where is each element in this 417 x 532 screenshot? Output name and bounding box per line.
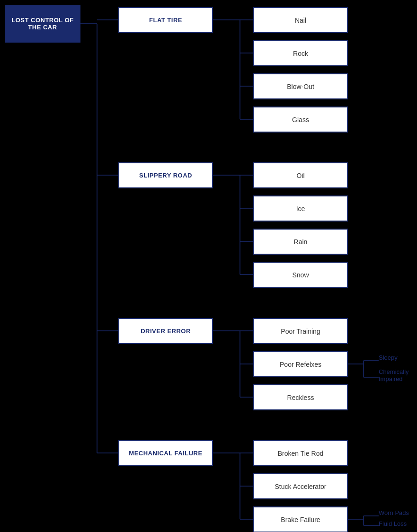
diagram: LOST CONTROL OF THE CAR FLAT TIRE SLIPPE… xyxy=(0,0,417,532)
l2-glass: Glass xyxy=(253,106,348,133)
l2-snow: Snow xyxy=(253,262,348,288)
l1-flat-tire: FLAT TIRE xyxy=(118,7,213,33)
l2-rain: Rain xyxy=(253,229,348,255)
l2-rock: Rock xyxy=(253,40,348,66)
l3-sleepy: Sleepy xyxy=(379,354,398,361)
l3-chemically-impaired: Chemically Impaired xyxy=(379,368,417,382)
l2-blowout: Blow-Out xyxy=(253,73,348,99)
l1-slippery-road: SLIPPERY ROAD xyxy=(118,162,213,188)
l2-brake-failure: Brake Failure xyxy=(253,506,348,532)
l2-ice: Ice xyxy=(253,195,348,222)
l2-reckless: Reckless xyxy=(253,384,348,410)
l2-nail: Nail xyxy=(253,7,348,33)
l3-worn-pads: Worn Pads xyxy=(379,509,409,516)
l3-fluid-loss: Fluid Loss xyxy=(379,520,407,527)
l1-mechanical-failure: MECHANICAL FAILURE xyxy=(118,440,213,466)
l2-broken-tie-rod: Broken Tie Rod xyxy=(253,440,348,466)
l1-driver-error: DRIVER ERROR xyxy=(118,318,213,344)
root-node: LOST CONTROL OF THE CAR xyxy=(5,5,80,43)
l2-stuck-accel: Stuck Accelerator xyxy=(253,473,348,499)
l2-oil: Oil xyxy=(253,162,348,188)
l2-poor-training: Poor Training xyxy=(253,318,348,344)
l2-poor-reflexes: Poor Refelxes xyxy=(253,351,348,377)
